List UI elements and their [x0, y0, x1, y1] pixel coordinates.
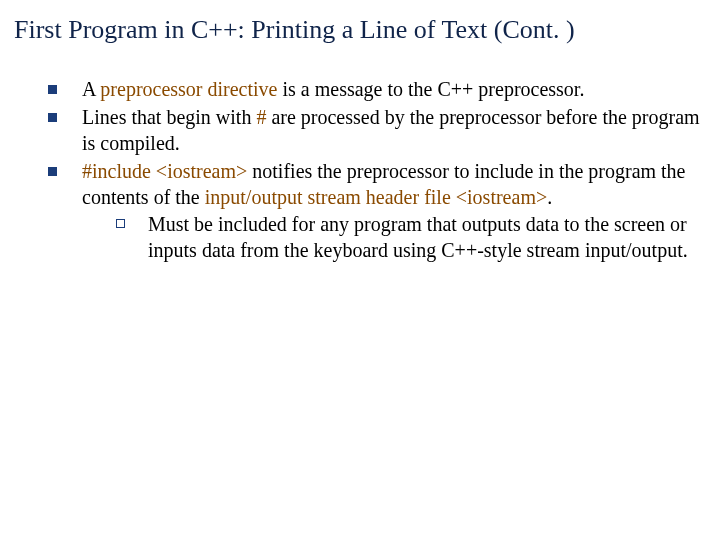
bullet-term: preprocessor directive	[100, 78, 277, 100]
open-square-bullet-icon	[116, 219, 125, 228]
bullet-text-pre: Lines that begin with	[82, 106, 256, 128]
list-item: A preprocessor directive is a message to…	[48, 77, 712, 103]
bullet-text-pre: A	[82, 78, 100, 100]
square-bullet-icon	[48, 167, 57, 176]
sub-bullet-list: Must be included for any program that ou…	[82, 212, 712, 263]
bullet-term-2: input/output stream header file <iostrea…	[205, 186, 547, 208]
sub-list-item: Must be included for any program that ou…	[116, 212, 712, 263]
square-bullet-icon	[48, 113, 57, 122]
list-item: Lines that begin with # are processed by…	[48, 105, 712, 156]
list-item: #include <iostream> notifies the preproc…	[48, 159, 712, 263]
bullet-term: #include <iostream>	[82, 160, 247, 182]
slide-title: First Program in C++: Printing a Line of…	[14, 14, 712, 47]
slide: First Program in C++: Printing a Line of…	[0, 0, 720, 540]
bullet-term: #	[256, 106, 266, 128]
sub-bullet-text: Must be included for any program that ou…	[148, 213, 688, 261]
bullet-list: A preprocessor directive is a message to…	[14, 77, 712, 264]
square-bullet-icon	[48, 85, 57, 94]
bullet-text-post: is a message to the C++ preprocessor.	[277, 78, 584, 100]
bullet-text-post: .	[547, 186, 552, 208]
